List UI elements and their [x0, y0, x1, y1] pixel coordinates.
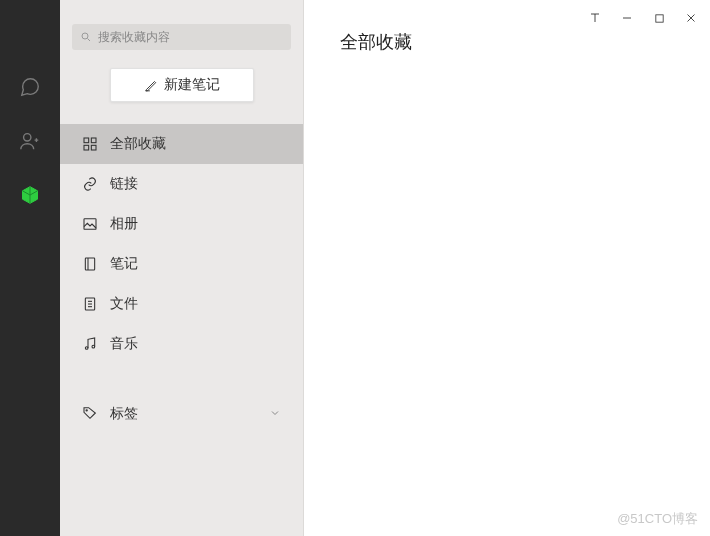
svg-rect-5 — [91, 138, 96, 143]
image-icon — [82, 216, 98, 232]
tag-icon — [82, 405, 98, 424]
close-icon[interactable] — [676, 6, 706, 30]
favorites-menu: 全部收藏 链接 相册 笔记 文件 音乐 — [60, 124, 303, 364]
search-input[interactable] — [72, 24, 291, 50]
watermark: @51CTO博客 — [617, 510, 698, 528]
note-icon — [82, 256, 98, 272]
window-controls — [580, 0, 710, 30]
svg-rect-6 — [84, 145, 89, 150]
svg-rect-4 — [84, 138, 89, 143]
menu-item-files[interactable]: 文件 — [60, 284, 303, 324]
grid-icon — [82, 136, 98, 152]
svg-point-0 — [24, 134, 31, 141]
menu-item-album[interactable]: 相册 — [60, 204, 303, 244]
menu-item-notes[interactable]: 笔记 — [60, 244, 303, 284]
maximize-icon[interactable] — [644, 6, 674, 30]
menu-item-links[interactable]: 链接 — [60, 164, 303, 204]
tags-label: 标签 — [110, 405, 138, 423]
svg-rect-21 — [655, 14, 662, 21]
music-icon — [82, 336, 98, 352]
menu-item-label: 链接 — [110, 175, 138, 193]
menu-item-all[interactable]: 全部收藏 — [60, 124, 303, 164]
menu-item-label: 笔记 — [110, 255, 138, 273]
favorites-cube-icon[interactable] — [18, 183, 42, 207]
new-note-button[interactable]: 新建笔记 — [110, 68, 254, 102]
svg-line-2 — [88, 39, 91, 42]
menu-item-label: 文件 — [110, 295, 138, 313]
svg-rect-9 — [85, 258, 94, 270]
svg-rect-8 — [84, 219, 96, 230]
file-icon — [82, 296, 98, 312]
main-panel: 全部收藏 @51CTO博客 — [304, 0, 710, 536]
contacts-icon[interactable] — [18, 129, 42, 153]
favorites-sidebar: 新建笔记 全部收藏 链接 相册 笔记 文件 音乐 标签 — [60, 0, 304, 536]
pin-icon[interactable] — [580, 6, 610, 30]
chat-icon[interactable] — [18, 75, 42, 99]
svg-point-15 — [85, 347, 88, 350]
svg-rect-7 — [91, 145, 96, 150]
menu-item-label: 音乐 — [110, 335, 138, 353]
nav-rail — [0, 0, 60, 536]
svg-point-16 — [92, 345, 95, 348]
chevron-down-icon — [269, 406, 281, 422]
link-icon — [82, 176, 98, 192]
svg-point-1 — [82, 33, 88, 39]
new-note-label: 新建笔记 — [164, 76, 220, 94]
menu-item-label: 全部收藏 — [110, 135, 166, 153]
menu-item-label: 相册 — [110, 215, 138, 233]
tags-row[interactable]: 标签 — [60, 394, 303, 434]
menu-item-music[interactable]: 音乐 — [60, 324, 303, 364]
svg-point-17 — [86, 409, 87, 410]
pencil-icon — [144, 78, 158, 92]
minimize-icon[interactable] — [612, 6, 642, 30]
